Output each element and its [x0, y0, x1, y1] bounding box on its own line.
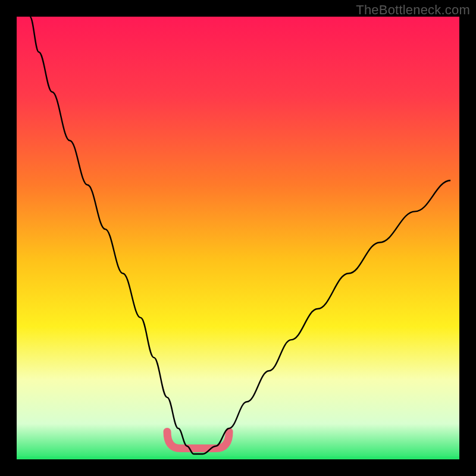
green-bottom-strip	[17, 457, 459, 459]
outer-black-frame: TheBottleneck.com	[0, 0, 476, 476]
watermark-text: TheBottleneck.com	[356, 2, 470, 18]
gradient-background	[17, 17, 459, 459]
plot-area	[17, 17, 459, 459]
chart-svg	[17, 17, 459, 459]
